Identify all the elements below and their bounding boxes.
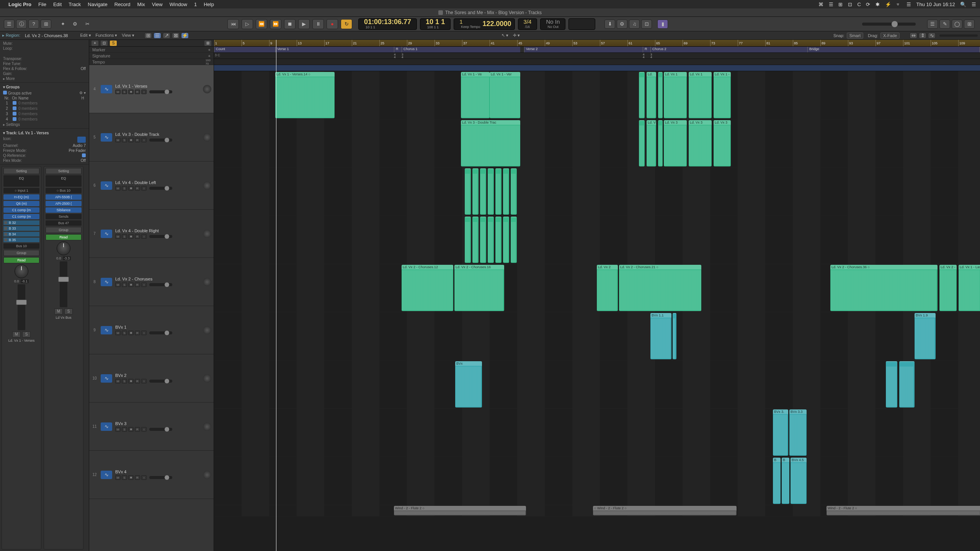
track-icon[interactable]: ∿ (101, 471, 112, 479)
signature-lane[interactable]: 3 C 44344434 (214, 53, 980, 59)
track-pan-knob[interactable] (203, 471, 211, 479)
audio-region[interactable]: BVx 4.5 (791, 458, 807, 504)
track-icon[interactable]: ∿ (101, 374, 112, 383)
track-header[interactable]: 7 ∿ Ld. Vx 4 - Double Right MS✱RI (89, 210, 214, 258)
marker[interactable]: Chorus 2 (650, 47, 807, 52)
eq-thumbnail[interactable]: EQ (3, 175, 39, 187)
quickhelp-button[interactable]: ? (28, 20, 39, 29)
menu-record[interactable]: Record (114, 2, 131, 7)
marker-lane[interactable]: Count CountVerse 1RChorus 1Verse 2RChoru… (214, 47, 980, 53)
audio-region[interactable] (495, 168, 501, 215)
lcd-signature[interactable]: 3/4 /16 (518, 18, 537, 30)
audio-region[interactable]: BVx 1.1 (650, 313, 671, 359)
add-track-button[interactable]: + (91, 41, 98, 46)
audio-region[interactable]: Ld. Vx 3 (689, 120, 712, 166)
mixer-icon[interactable]: ⚙ (70, 20, 80, 29)
tray-bt-icon[interactable]: ✱ (875, 2, 880, 7)
audio-region[interactable]: BVx 3. (773, 409, 788, 456)
track-volume-slider[interactable] (149, 235, 172, 238)
play-from-button[interactable]: ▷ (242, 19, 253, 29)
pan-knob[interactable] (57, 241, 70, 255)
volume-fader[interactable] (18, 284, 25, 330)
marker[interactable]: Count (214, 47, 275, 52)
track-✱-button[interactable]: ✱ (128, 138, 134, 142)
setting-button[interactable]: Setting (3, 168, 39, 174)
tuner-button[interactable]: ♫ (629, 20, 640, 29)
marker[interactable]: Chorus 1 (402, 47, 520, 52)
track-m-button[interactable]: M (115, 331, 121, 335)
track-header[interactable]: 11 ∿ BVx 3 MS✱RI (89, 403, 214, 451)
track-r-button[interactable]: R (135, 234, 140, 239)
arrange-edit-menu[interactable]: Edit ▾ (78, 33, 93, 38)
setting-button[interactable]: Setting (46, 168, 82, 174)
track-m-button[interactable]: M (115, 234, 121, 239)
arrange-view-menu[interactable]: View ▾ (119, 33, 137, 38)
zoom-h-button[interactable]: ⇔ (910, 33, 917, 39)
drag-dropdown[interactable]: X-Fade (880, 33, 900, 39)
audio-region[interactable] (480, 217, 486, 263)
library-button[interactable]: ☰ (4, 20, 15, 29)
tool-right[interactable]: ✛ ▾ (511, 33, 522, 38)
track-volume-slider[interactable] (149, 476, 172, 479)
menu-help[interactable]: Help (204, 2, 214, 7)
track-volume-slider[interactable] (149, 331, 172, 334)
track-pan-knob[interactable] (203, 278, 211, 286)
lcd-tempo[interactable]: 1 Keep Tempo 122.0000 (454, 18, 514, 30)
track-name[interactable]: Ld. Vx 3 - Double Track (115, 132, 200, 137)
automation-mode[interactable]: Read (46, 234, 82, 240)
group-row[interactable]: 30 members (3, 111, 86, 117)
dup-track-button[interactable]: ⊡ (101, 41, 108, 46)
menu-file[interactable]: File (38, 2, 46, 7)
track-lane[interactable]: BBBVx 4.5 (214, 457, 980, 505)
audio-region[interactable]: ○ Wind - 2 - Flute 2 ○ (593, 506, 737, 515)
track-i-button[interactable]: I (141, 331, 147, 335)
insert-slot[interactable]: API-2500 ( (46, 201, 82, 206)
track-name[interactable]: BVx 1 (115, 325, 200, 329)
master-button[interactable]: ▮ (657, 20, 668, 29)
audio-region[interactable] (488, 168, 494, 215)
track-s-button[interactable]: S (122, 427, 127, 432)
track-m-button[interactable]: M (115, 282, 121, 287)
track-header[interactable]: 12 ∿ BVx 4 MS✱RI (89, 451, 214, 499)
track-volume-slider[interactable] (149, 187, 172, 190)
inspector-button[interactable]: ⓘ (16, 20, 27, 29)
track-header[interactable]: ▾ Track: Ld. Vx 1 - Verses (3, 130, 86, 136)
menu-navigate[interactable]: Navigate (88, 2, 107, 7)
audio-region[interactable] (658, 120, 663, 166)
tray-icon[interactable]: ☰ (829, 2, 833, 7)
track-i-button[interactable]: I (141, 282, 147, 287)
audio-region[interactable] (673, 313, 676, 359)
input-slot[interactable]: ○ Bus 10 (46, 188, 82, 193)
track-icon[interactable]: ∿ (101, 85, 112, 93)
tray-icon[interactable]: ⌘ (818, 2, 823, 7)
track-pan-knob[interactable] (203, 326, 211, 334)
arrange-area[interactable]: 1591317212529333741454953576165697377818… (214, 40, 980, 551)
track-s-button[interactable]: S (122, 186, 127, 191)
track-lane[interactable]: Ld. Vx 3 - Double TracLd. VxLd. Vx 3Ld. … (214, 119, 980, 168)
track-s-button[interactable]: S (122, 282, 127, 287)
more-disclosure[interactable]: ▸ More (3, 77, 15, 81)
track-pan-knob[interactable] (203, 230, 211, 238)
track-icon[interactable]: ∿ (101, 181, 112, 190)
track-volume-slider[interactable] (149, 139, 172, 142)
audio-region[interactable] (639, 120, 645, 166)
group-button[interactable]: Group (46, 227, 82, 233)
track-✱-button[interactable]: ✱ (128, 90, 134, 94)
tray-wifi-icon[interactable]: ᯤ (896, 2, 901, 7)
track-i-button[interactable]: I (141, 475, 147, 480)
track-pan-knob[interactable] (203, 422, 211, 431)
track-s-button[interactable]: S (122, 234, 127, 239)
audio-region[interactable]: Ld. Vx 2 - Choruses.21 ○ (619, 265, 701, 311)
audio-region[interactable]: Wind - 2 - Flute 2 ○ (394, 506, 526, 515)
tray-icon[interactable]: ⊞ (838, 2, 843, 7)
track-i-button[interactable]: I (141, 427, 147, 432)
menu-mix[interactable]: Mix (137, 2, 145, 7)
track-name[interactable]: BVx 3 (115, 421, 200, 426)
group-button[interactable]: Group (3, 250, 39, 256)
track-m-button[interactable]: M (115, 379, 121, 383)
audio-region[interactable] (465, 217, 471, 263)
track-volume-slider[interactable] (149, 90, 172, 93)
track-name[interactable]: BVx 2 (115, 373, 200, 378)
play-button[interactable]: ▶ (298, 19, 310, 29)
track-icon[interactable]: ∿ (101, 133, 112, 142)
